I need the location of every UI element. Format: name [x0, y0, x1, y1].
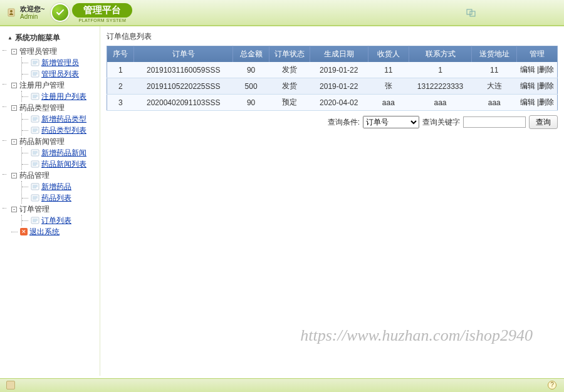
col-header: 订单号: [134, 46, 233, 63]
col-header: 总金额: [233, 46, 269, 63]
edit-link[interactable]: 编辑: [520, 98, 535, 106]
cell: 2019-01-22: [310, 62, 368, 78]
footer-left-icon[interactable]: [6, 381, 15, 389]
expand-icon[interactable]: -: [11, 173, 17, 178]
page-icon: [31, 160, 39, 168]
col-header: 序号: [107, 46, 134, 63]
page-icon: [31, 194, 39, 202]
logo-area: 管理平台 PLATFORM SYSTEM: [51, 3, 132, 23]
col-header: 订单状态: [269, 46, 310, 63]
col-header: 管理: [517, 46, 558, 63]
page-icon: [31, 93, 39, 100]
tree-link[interactable]: 新增药品新闻: [41, 147, 86, 158]
tree-leaf[interactable]: 药品新闻列表: [22, 158, 97, 170]
tree-leaf[interactable]: 管理员列表: [22, 68, 97, 80]
page-icon: [31, 183, 39, 190]
cell-actions: 编辑 |删除: [517, 62, 558, 78]
tree-folder[interactable]: 管理员管理: [19, 47, 57, 56]
cell: 2020-04-02: [310, 95, 368, 111]
user-icon: [6, 8, 16, 18]
cell: 张: [368, 78, 409, 95]
logo-icon: [51, 3, 70, 22]
tree-root: 系统功能菜单: [8, 33, 97, 43]
welcome-user: Admin: [20, 13, 44, 20]
sidebar: 系统功能菜单 -管理员管理新增管理员管理员列表-注册用户管理注册用户列表-药品类…: [0, 26, 100, 376]
tree-link[interactable]: 管理员列表: [41, 68, 79, 80]
edit-link[interactable]: 编辑: [520, 65, 535, 74]
help-icon[interactable]: ?: [548, 381, 556, 389]
welcome-box: 欢迎您~ Admin: [6, 5, 44, 19]
table-row: 220191105220225SSS500发货2019-01-22张131222…: [107, 78, 558, 95]
cell: 1: [107, 62, 134, 78]
tree-leaf[interactable]: 注册用户列表: [22, 91, 97, 102]
tree-link[interactable]: 注册用户列表: [41, 91, 86, 102]
cell: 1: [409, 62, 472, 78]
page-icon: [31, 149, 39, 157]
tree-leaf[interactable]: 药品类型列表: [22, 125, 97, 136]
tree-link[interactable]: 新增管理员: [41, 57, 79, 68]
cell: 2019-01-22: [310, 78, 368, 95]
tree-link[interactable]: 新增药品类型: [41, 113, 86, 125]
tree-link[interactable]: 退出系统: [29, 226, 60, 237]
tree-exit[interactable]: ✕退出系统: [11, 226, 97, 237]
cell: 20191105220225SSS: [134, 78, 233, 95]
cell: 预定: [269, 95, 310, 111]
page-icon: [31, 126, 39, 134]
tree-folder[interactable]: 药品新闻管理: [19, 137, 65, 146]
delete-link[interactable]: 删除: [539, 81, 554, 90]
cell: aaa: [472, 95, 517, 111]
tree-link[interactable]: 药品列表: [41, 192, 71, 204]
col-header: 生成日期: [310, 46, 368, 63]
search-field-label: 查询条件:: [328, 117, 360, 128]
expand-icon[interactable]: -: [11, 49, 17, 54]
window-icon[interactable]: [466, 9, 476, 18]
cell: 3: [107, 95, 134, 111]
svg-rect-3: [470, 11, 475, 16]
topbar: 欢迎您~ Admin 管理平台 PLATFORM SYSTEM: [0, 0, 564, 26]
panel-title: 订单信息列表: [107, 31, 558, 42]
tree-leaf[interactable]: 新增药品新闻: [22, 147, 97, 158]
tree-leaf[interactable]: 新增药品: [22, 181, 97, 192]
order-table: 序号订单号总金额订单状态生成日期收货人联系方式送货地址管理 1201910311…: [107, 46, 558, 111]
delete-link[interactable]: 删除: [539, 98, 554, 106]
cell: 20191031160059SSS: [134, 62, 233, 78]
tree-link[interactable]: 订单列表: [41, 215, 71, 226]
cell: 90: [233, 62, 269, 78]
search-keyword-label: 查询关键字: [422, 117, 460, 128]
cell: aaa: [368, 95, 409, 111]
edit-link[interactable]: 编辑: [520, 81, 535, 90]
tree-folder[interactable]: 订单管理: [19, 205, 50, 214]
expand-icon[interactable]: -: [11, 139, 17, 145]
delete-link[interactable]: 删除: [539, 65, 554, 74]
search-field-select[interactable]: 订单号: [363, 116, 419, 128]
cell: 2: [107, 78, 134, 95]
search-button[interactable]: 查询: [529, 115, 558, 129]
tree-folder[interactable]: 药品类型管理: [19, 103, 65, 112]
tree-leaf[interactable]: 订单列表: [22, 215, 97, 226]
tree-folder[interactable]: 药品管理: [19, 171, 50, 180]
tree-leaf[interactable]: 药品列表: [22, 192, 97, 204]
page-icon: [31, 70, 39, 78]
expand-icon[interactable]: -: [11, 105, 17, 111]
tree-link[interactable]: 药品类型列表: [41, 125, 86, 136]
tree-link[interactable]: 药品新闻列表: [41, 158, 86, 170]
cell: 500: [233, 78, 269, 95]
brand-title: 管理平台: [72, 3, 132, 18]
cell: 大连: [472, 78, 517, 95]
cell: 11: [368, 62, 409, 78]
brand-sub: PLATFORM SYSTEM: [72, 18, 132, 23]
expand-icon[interactable]: -: [11, 207, 17, 212]
footer: ?: [0, 378, 564, 392]
tree-link[interactable]: 新增药品: [41, 181, 71, 192]
expand-icon[interactable]: -: [11, 83, 17, 88]
cell: 90: [233, 95, 269, 111]
tree-folder[interactable]: 注册用户管理: [19, 81, 65, 90]
cell-actions: 编辑 |删除: [517, 78, 558, 95]
tree-leaf[interactable]: 新增管理员: [22, 57, 97, 68]
tree-leaf[interactable]: 新增药品类型: [22, 113, 97, 125]
search-keyword-input[interactable]: [463, 116, 526, 128]
table-row: 120191031160059SSS90发货2019-01-2211111编辑 …: [107, 62, 558, 78]
table-row: 320200402091103SSS90预定2020-04-02aaaaaaaa…: [107, 95, 558, 111]
page-icon: [31, 217, 39, 224]
exit-icon: ✕: [20, 228, 28, 235]
